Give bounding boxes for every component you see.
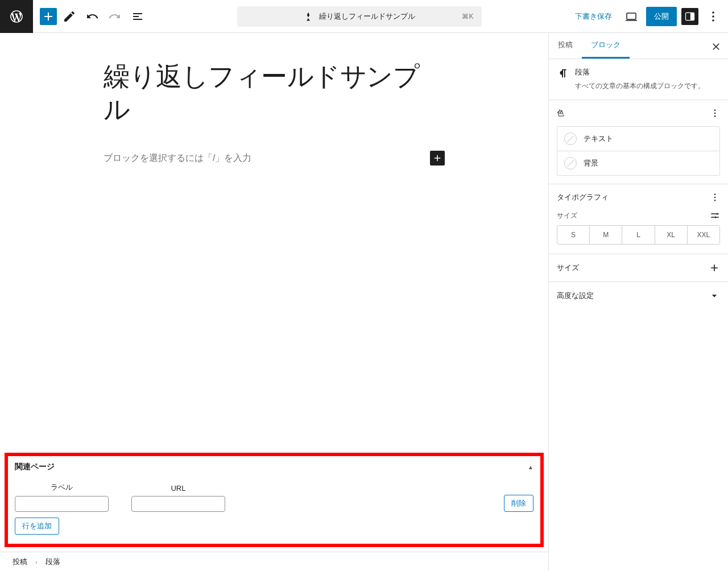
svg-point-12 xyxy=(716,213,718,215)
block-description: すべての文章の基本の構成ブロックです。 xyxy=(575,81,705,92)
publish-button[interactable]: 公開 xyxy=(646,7,677,26)
color-options-menu[interactable] xyxy=(710,108,720,118)
editor-toolbar: 繰り返しフィールドサンプル ⌘K 下書き保存 公開 xyxy=(0,0,728,33)
svg-point-11 xyxy=(714,200,715,201)
advanced-panel-toggle[interactable]: 高度な設定 xyxy=(549,282,728,309)
pen-icon xyxy=(303,11,313,22)
block-name: 段落 xyxy=(575,67,705,77)
svg-point-7 xyxy=(714,113,715,114)
size-btn-xl[interactable]: XL xyxy=(655,226,688,244)
color-row-text[interactable]: テキスト xyxy=(557,126,720,151)
block-breadcrumb: 投稿 › 段落 xyxy=(0,552,548,571)
size-btn-s[interactable]: S xyxy=(557,226,590,244)
svg-rect-2 xyxy=(690,13,694,20)
tab-post[interactable]: 投稿 xyxy=(549,33,582,59)
svg-point-3 xyxy=(712,11,714,14)
add-row-button[interactable]: 行を追加 xyxy=(15,518,59,535)
metabox-collapse-toggle[interactable]: ▲ xyxy=(528,464,533,470)
close-sidebar-button[interactable] xyxy=(708,38,725,55)
color-row-background[interactable]: 背景 xyxy=(557,151,720,176)
label-input[interactable] xyxy=(15,496,109,512)
url-input[interactable] xyxy=(131,496,225,512)
typography-options-menu[interactable] xyxy=(710,192,720,202)
plus-icon xyxy=(709,262,720,274)
redo-button[interactable] xyxy=(105,6,125,27)
options-menu-button[interactable] xyxy=(703,6,723,27)
post-title[interactable]: 繰り返しフィールドサンプル xyxy=(104,60,445,126)
panel-advanced-title: 高度な設定 xyxy=(557,291,594,301)
add-block-button[interactable] xyxy=(40,8,57,25)
svg-point-13 xyxy=(714,217,716,218)
col-label-header: ラベル xyxy=(15,482,109,493)
empty-swatch-icon xyxy=(564,157,577,169)
svg-point-9 xyxy=(714,194,715,195)
color-bg-label: 背景 xyxy=(584,158,598,168)
breadcrumb-sep-icon: › xyxy=(35,558,38,565)
inline-add-block-button[interactable] xyxy=(430,151,445,165)
svg-point-5 xyxy=(712,19,714,22)
shortcut-hint: ⌘K xyxy=(462,13,473,20)
size-label: サイズ xyxy=(557,211,577,221)
save-draft-button[interactable]: 下書き保存 xyxy=(570,8,617,25)
size-btn-xxl[interactable]: XXL xyxy=(688,226,719,244)
svg-point-4 xyxy=(712,15,714,18)
tab-block[interactable]: ブロック xyxy=(582,33,630,59)
delete-row-button[interactable]: 削除 xyxy=(504,495,533,512)
related-pages-metabox: 関連ページ ▲ ラベル URL 削除 xyxy=(5,453,544,547)
size-btn-m[interactable]: M xyxy=(590,226,622,244)
chevron-down-icon xyxy=(709,290,720,301)
color-text-label: テキスト xyxy=(584,134,613,144)
size-btn-l[interactable]: L xyxy=(622,226,655,244)
panel-dimensions-title: サイズ xyxy=(557,263,579,273)
preview-button[interactable] xyxy=(621,6,642,27)
document-title-bar[interactable]: 繰り返しフィールドサンプル ⌘K xyxy=(237,6,482,27)
tools-button[interactable] xyxy=(59,6,80,27)
wordpress-logo[interactable] xyxy=(0,0,33,33)
settings-panel-toggle[interactable] xyxy=(681,8,698,25)
document-title-label: 繰り返しフィールドサンプル xyxy=(319,11,415,22)
paragraph-icon xyxy=(557,67,569,92)
empty-swatch-icon xyxy=(564,133,577,145)
panel-typography-title: タイポグラフィ xyxy=(557,192,609,202)
editor-canvas[interactable]: 繰り返しフィールドサンプル ブロックを選択するには「/」を入力 xyxy=(0,33,548,453)
repeater-row: ラベル URL 削除 xyxy=(15,479,533,518)
dimensions-panel-toggle[interactable]: サイズ xyxy=(549,254,728,282)
panel-color-title: 色 xyxy=(557,108,564,118)
metabox-title: 関連ページ xyxy=(15,462,55,472)
paragraph-placeholder[interactable]: ブロックを選択するには「/」を入力 xyxy=(104,152,251,164)
col-url-header: URL xyxy=(131,484,225,493)
svg-point-8 xyxy=(714,115,715,117)
size-custom-toggle[interactable] xyxy=(710,210,720,221)
svg-point-6 xyxy=(714,110,715,111)
size-segmented-control: S M L XL XXL xyxy=(557,225,720,245)
svg-rect-0 xyxy=(627,13,636,19)
undo-button[interactable] xyxy=(82,6,102,27)
breadcrumb-current: 段落 xyxy=(46,557,60,567)
breadcrumb-root[interactable]: 投稿 xyxy=(13,557,27,567)
settings-sidebar: 投稿 ブロック 段落 すべての文章の基本の構成ブロックです。 xyxy=(548,33,728,571)
svg-point-10 xyxy=(714,197,715,198)
document-overview-button[interactable] xyxy=(127,6,148,27)
